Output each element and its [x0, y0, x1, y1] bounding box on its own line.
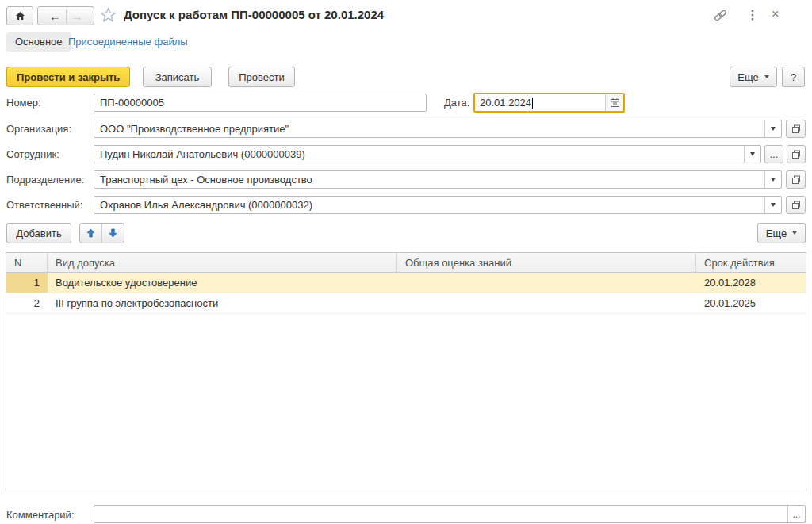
date-input[interactable]: 20.01.2024 — [473, 93, 625, 113]
permits-table: N Вид допуска Общая оценка знаний Срок д… — [6, 252, 806, 491]
number-input[interactable] — [94, 94, 427, 112]
home-icon — [15, 11, 25, 21]
table-cell[interactable]: 20.01.2028 — [696, 273, 806, 293]
post-button[interactable]: Провести — [228, 67, 295, 87]
chevron-down-icon — [792, 231, 797, 235]
dropdown-icon[interactable] — [764, 171, 781, 188]
dropdown-icon[interactable] — [744, 146, 760, 163]
add-row-button[interactable]: Добавить — [6, 223, 71, 243]
favorite-star-icon[interactable] — [100, 7, 117, 24]
date-value: 20.01.2024 — [475, 97, 531, 109]
calendar-icon[interactable] — [605, 94, 623, 111]
dropdown-icon[interactable] — [764, 197, 781, 213]
more-button-toolbar[interactable]: Еще — [730, 67, 777, 87]
comment-label: Комментарий: — [6, 506, 75, 524]
move-up-icon[interactable] — [80, 224, 102, 243]
post-and-close-button[interactable]: Провести и закрыть — [6, 67, 130, 87]
more-button-table[interactable]: Еще — [757, 223, 806, 243]
move-down-icon[interactable] — [102, 224, 124, 243]
organization-value: ООО "Производственное предприятие" — [94, 123, 764, 135]
employee-label: Сотрудник: — [6, 145, 59, 163]
employee-open-button[interactable] — [787, 145, 806, 163]
department-value: Транспортный цех - Основное производство — [94, 174, 764, 186]
history-nav: ← → — [37, 6, 94, 25]
forward-button[interactable]: → — [67, 10, 88, 23]
close-icon[interactable]: × — [772, 6, 779, 22]
employee-input[interactable]: Пудин Николай Анатольевич (0000000039) — [94, 145, 761, 163]
table-body: 1Водительское удостоверение20.01.20282II… — [6, 273, 806, 314]
department-label: Подразделение: — [6, 170, 84, 189]
text-cursor — [532, 98, 533, 109]
table-cell[interactable] — [397, 293, 696, 313]
tab-main[interactable]: Основное — [6, 32, 71, 52]
table-cell[interactable] — [397, 273, 696, 293]
more-label: Еще — [766, 228, 787, 239]
back-button[interactable]: ← — [44, 10, 67, 23]
column-header-type[interactable]: Вид допуска — [48, 253, 397, 272]
get-link-icon[interactable] — [713, 9, 728, 22]
column-header-valid[interactable]: Срок действия — [696, 253, 806, 272]
table-header: N Вид допуска Общая оценка знаний Срок д… — [6, 253, 806, 273]
column-header-score[interactable]: Общая оценка знаний — [397, 253, 696, 272]
help-button[interactable]: ? — [782, 67, 805, 87]
responsible-label: Ответственный: — [6, 196, 82, 214]
table-cell[interactable]: 20.01.2025 — [696, 293, 806, 313]
save-button[interactable]: Записать — [143, 67, 212, 87]
date-label: Дата: — [444, 94, 469, 112]
responsible-value: Охранов Илья Александрович (0000000032) — [94, 199, 764, 211]
responsible-input[interactable]: Охранов Илья Александрович (0000000032) — [94, 196, 782, 214]
move-row-buttons — [79, 223, 124, 243]
table-cell[interactable]: 2 — [6, 293, 48, 313]
organization-label: Организация: — [6, 120, 71, 138]
tab-attached-files[interactable]: Присоединенные файлы — [68, 36, 188, 48]
page-title: Допуск к работам ПП-00000005 от 20.01.20… — [124, 8, 384, 21]
number-label: Номер: — [6, 94, 41, 112]
chevron-down-icon — [764, 75, 769, 78]
more-label: Еще — [737, 71, 758, 83]
responsible-open-button[interactable] — [786, 196, 806, 214]
table-cell[interactable]: Водительское удостоверение — [48, 273, 397, 293]
table-row[interactable]: 2III группа по электробезопасности20.01.… — [6, 293, 806, 314]
organization-input[interactable]: ООО "Производственное предприятие" — [94, 120, 782, 138]
department-input[interactable]: Транспортный цех - Основное производство — [94, 170, 782, 189]
kebab-menu-icon[interactable]: ⋮ — [746, 7, 759, 23]
table-cell[interactable]: 1 — [6, 273, 48, 293]
home-button[interactable] — [6, 6, 33, 25]
employee-choose-button[interactable]: ... — [764, 145, 783, 163]
employee-value: Пудин Николай Анатольевич (0000000039) — [94, 148, 744, 160]
organization-open-button[interactable] — [786, 120, 806, 138]
comment-input[interactable]: ... — [94, 505, 806, 523]
comment-choose-button[interactable]: ... — [787, 506, 805, 522]
table-cell[interactable]: III группа по электробезопасности — [48, 293, 397, 313]
table-row[interactable]: 1Водительское удостоверение20.01.2028 — [6, 273, 806, 293]
column-header-n[interactable]: N — [6, 253, 48, 272]
department-open-button[interactable] — [786, 170, 806, 189]
dropdown-icon[interactable] — [764, 120, 781, 137]
